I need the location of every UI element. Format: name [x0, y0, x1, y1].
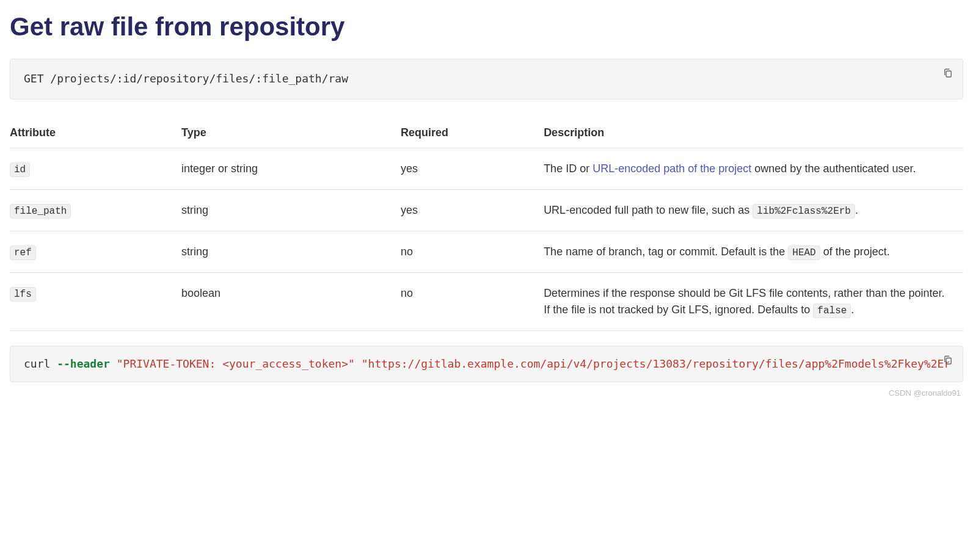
clipboard-icon	[942, 68, 953, 81]
attr-required: no	[401, 231, 544, 273]
attr-type: boolean	[181, 273, 401, 331]
th-attribute: Attribute	[10, 118, 181, 148]
curl-flag: --header	[57, 357, 110, 370]
desc-text: of the project.	[820, 245, 890, 258]
th-type: Type	[181, 118, 401, 148]
table-row: id integer or string yes The ID or URL-e…	[10, 148, 963, 190]
curl-cmd: curl	[24, 357, 57, 370]
svg-rect-1	[946, 358, 951, 364]
attr-type: string	[181, 231, 401, 273]
copy-button[interactable]	[939, 352, 957, 369]
parameters-table: Attribute Type Required Description id i…	[10, 118, 963, 331]
endpoint-code-block: GET /projects/:id/repository/files/:file…	[10, 59, 963, 100]
attr-type: string	[181, 190, 401, 231]
desc-code: false	[813, 304, 851, 318]
attr-code: lfs	[10, 287, 36, 302]
desc-text: Determines if the response should be Git…	[544, 287, 944, 316]
url-encoded-path-link[interactable]: URL-encoded path of the project	[592, 162, 751, 175]
attr-description: URL-encoded full path to new file, such …	[544, 190, 963, 231]
curl-string: "https://gitlab.example.com/api/v4/proje…	[362, 357, 949, 370]
table-header-row: Attribute Type Required Description	[10, 118, 963, 148]
attr-description: The ID or URL-encoded path of the projec…	[544, 148, 963, 190]
desc-text: The ID or	[544, 162, 592, 175]
attr-required: no	[401, 273, 544, 331]
attr-code: id	[10, 162, 30, 177]
desc-text: URL-encoded full path to new file, such …	[544, 204, 753, 216]
desc-text: owned by the authenticated user.	[751, 162, 916, 175]
desc-code: HEAD	[788, 245, 820, 260]
curl-code-block: curl --header "PRIVATE-TOKEN: <your_acce…	[10, 346, 963, 382]
attr-description: Determines if the response should be Git…	[544, 273, 963, 331]
curl-scroll-area[interactable]: curl --header "PRIVATE-TOKEN: <your_acce…	[24, 357, 949, 376]
curl-command: curl --header "PRIVATE-TOKEN: <your_acce…	[24, 357, 949, 370]
attr-required: yes	[401, 190, 544, 231]
attr-required: yes	[401, 148, 544, 190]
th-required: Required	[401, 118, 544, 148]
curl-string: "PRIVATE-TOKEN: <your_access_token>"	[117, 357, 355, 370]
th-description: Description	[544, 118, 963, 148]
page-title: Get raw file from repository	[10, 12, 963, 42]
table-row: ref string no The name of branch, tag or…	[10, 231, 963, 273]
desc-text: .	[851, 304, 854, 316]
svg-rect-0	[946, 71, 951, 77]
table-row: file_path string yes URL-encoded full pa…	[10, 190, 963, 231]
attr-code: file_path	[10, 204, 71, 219]
desc-text: .	[855, 204, 858, 216]
desc-code: lib%2Fclass%2Erb	[753, 204, 855, 219]
copy-button[interactable]	[939, 65, 957, 82]
desc-text: The name of branch, tag or commit. Defau…	[544, 245, 788, 258]
clipboard-icon	[942, 355, 953, 368]
watermark: CSDN @cronaldo91	[10, 387, 963, 399]
attr-code: ref	[10, 245, 36, 260]
attr-type: integer or string	[181, 148, 401, 190]
endpoint-code: GET /projects/:id/repository/files/:file…	[24, 72, 348, 85]
attr-description: The name of branch, tag or commit. Defau…	[544, 231, 963, 273]
table-row: lfs boolean no Determines if the respons…	[10, 273, 963, 331]
